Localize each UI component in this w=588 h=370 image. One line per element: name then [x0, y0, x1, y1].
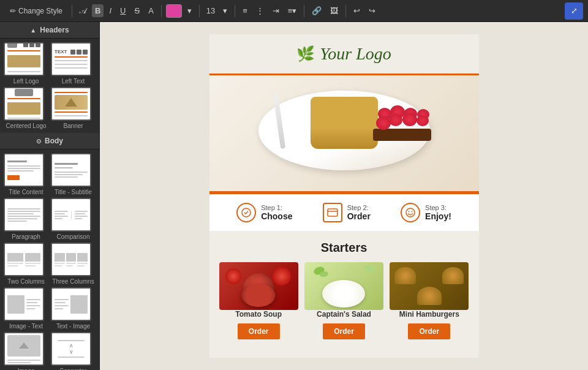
step-2-text: Step 2: Order: [347, 204, 371, 221]
svg-point-5: [412, 211, 413, 213]
font-size-arrow[interactable]: ▾: [220, 4, 230, 17]
pencil-icon: ✏: [10, 7, 16, 15]
body-section-header[interactable]: ⊙ Body: [0, 133, 99, 149]
raspberry-6: [389, 114, 402, 126]
undo-button[interactable]: ↩: [350, 4, 363, 17]
italic-button[interactable]: I: [106, 4, 115, 17]
image-text-label: Image - Text: [4, 323, 48, 330]
sidebar-item-left-logo[interactable]: Left Logo: [4, 42, 48, 85]
image-label: Image: [4, 368, 48, 370]
indent-button[interactable]: ⇥: [270, 4, 282, 17]
starter-captains-salad: Captain's Salad Order: [304, 262, 383, 339]
title-subtitle-thumb: [51, 153, 91, 187]
underline-button[interactable]: U: [117, 4, 129, 17]
logo-text: Your Logo: [320, 44, 391, 64]
body-grid: Title Content Title - Subtitle: [0, 149, 99, 370]
strikethrough-button[interactable]: S: [131, 4, 143, 17]
centered-logo-thumb: [4, 87, 44, 121]
starter-mini-hamburgers: Mini Hamburgers Order: [390, 262, 469, 339]
burger-order-button[interactable]: Order: [408, 323, 450, 339]
salad-image: [304, 262, 383, 310]
step-2-icon: [323, 203, 342, 222]
main-area: ▲ Headers: [0, 22, 588, 370]
sidebar-item-comparison[interactable]: Comparison: [51, 198, 96, 240]
text-format-icon[interactable]: 𝒜: [77, 4, 89, 18]
sidebar-item-image[interactable]: Image: [4, 332, 48, 370]
step-3-icon: [401, 203, 420, 222]
step-2-action: Order: [347, 211, 371, 221]
separator-label: Separator: [51, 368, 96, 370]
starter-tomato-soup: Tomato Soup Order: [219, 262, 298, 339]
left-logo-label: Left Logo: [4, 78, 48, 85]
raspberry-5: [376, 116, 391, 130]
unordered-list-button[interactable]: ≡: [239, 4, 251, 17]
step-3-label: Step 3:: [425, 204, 447, 211]
tomato-soup-order-button[interactable]: Order: [238, 323, 280, 339]
centered-logo-label: Centered Logo: [4, 123, 48, 129]
title-content-label: Title Content: [4, 189, 48, 195]
sidebar-item-banner[interactable]: Banner: [51, 87, 96, 129]
body-collapse-arrow: ⊙: [36, 138, 41, 145]
left-text-label: Left Text: [51, 78, 96, 85]
image-only-thumb: [4, 332, 44, 366]
banner-thumb: [51, 87, 91, 121]
redo-button[interactable]: ↪: [366, 4, 379, 17]
color-picker-arrow[interactable]: ▾: [184, 4, 195, 17]
sidebar-item-title-subtitle[interactable]: Title - Subtitle: [51, 153, 96, 195]
change-style-button[interactable]: ✏ Change Style: [5, 7, 67, 15]
font-size-display: 13: [204, 6, 217, 15]
link-button[interactable]: 🔗: [309, 4, 325, 17]
bold-button[interactable]: B: [92, 4, 104, 17]
separator-6: [345, 5, 346, 17]
comparison-thumb: [51, 198, 91, 232]
sidebar-item-image-text[interactable]: Image - Text: [4, 287, 48, 330]
starters-title: Starters: [219, 241, 469, 255]
title-content-thumb: [4, 153, 44, 187]
paragraph-label: Paragraph: [4, 233, 48, 240]
text-color-picker[interactable]: [166, 4, 182, 18]
headers-section-header[interactable]: ▲ Headers: [0, 22, 99, 39]
step-3-action: Enjoy!: [425, 211, 451, 221]
svg-point-3: [406, 208, 415, 217]
toolbar: ✏ Change Style 𝒜 B I U S A ▾ 13 ▾ ≡ ⋮ ⇥ …: [0, 0, 588, 22]
text-image-thumb: [51, 287, 91, 321]
logo-leaf-icon: 🌿: [296, 45, 315, 62]
sidebar-item-title-content[interactable]: Title Content: [4, 153, 48, 195]
step-1-text: Step 1: Choose: [261, 204, 292, 221]
raspberry-7: [402, 113, 417, 126]
sidebar-item-separator[interactable]: ∧ ∨ Separator: [51, 332, 96, 370]
color-clear-button[interactable]: A: [145, 4, 157, 17]
sidebar-item-paragraph[interactable]: Paragraph: [4, 198, 48, 240]
tomato-soup-image: [219, 262, 298, 310]
sidebar-item-left-text[interactable]: TEXT Left Text: [51, 42, 96, 85]
separator-1: [72, 5, 72, 17]
change-style-label: Change Style: [18, 7, 62, 15]
step-2: Step 2: Order: [323, 203, 371, 222]
tomato-soup-name: Tomato Soup: [219, 310, 298, 319]
svg-point-4: [409, 211, 410, 213]
expand-button[interactable]: ⤢: [565, 2, 583, 20]
starters-section: Starters Tomato Soup Order: [209, 231, 479, 349]
salad-order-button[interactable]: Order: [323, 323, 365, 339]
title-subtitle-label: Title - Subtitle: [51, 189, 96, 195]
two-columns-label: Two Columns: [4, 278, 48, 285]
expand-icon: ⤢: [571, 6, 578, 15]
align-button[interactable]: ≡▾: [285, 4, 300, 17]
sidebar-item-centered-logo[interactable]: Centered Logo: [4, 87, 48, 129]
image-text-thumb: [4, 287, 44, 321]
logo-section: 🌿 Your Logo: [209, 34, 479, 74]
email-preview: 🌿 Your Logo: [209, 34, 479, 358]
sidebar: ▲ Headers: [0, 22, 100, 370]
sidebar-item-text-image[interactable]: Text - Image: [51, 287, 96, 330]
sidebar-item-three-columns[interactable]: Three Columns: [51, 243, 96, 285]
ordered-list-button[interactable]: ⋮: [253, 4, 267, 17]
left-text-thumb: TEXT: [51, 42, 91, 76]
headers-label: Headers: [40, 26, 69, 34]
step-1-label: Step 1:: [261, 204, 282, 211]
sidebar-item-two-columns[interactable]: Two Columns: [4, 243, 48, 285]
separator-2: [161, 5, 162, 17]
body-label: Body: [45, 137, 63, 145]
image-insert-button[interactable]: 🖼: [327, 4, 341, 17]
banner-label: Banner: [51, 123, 96, 129]
banner-food-image: [209, 75, 479, 191]
